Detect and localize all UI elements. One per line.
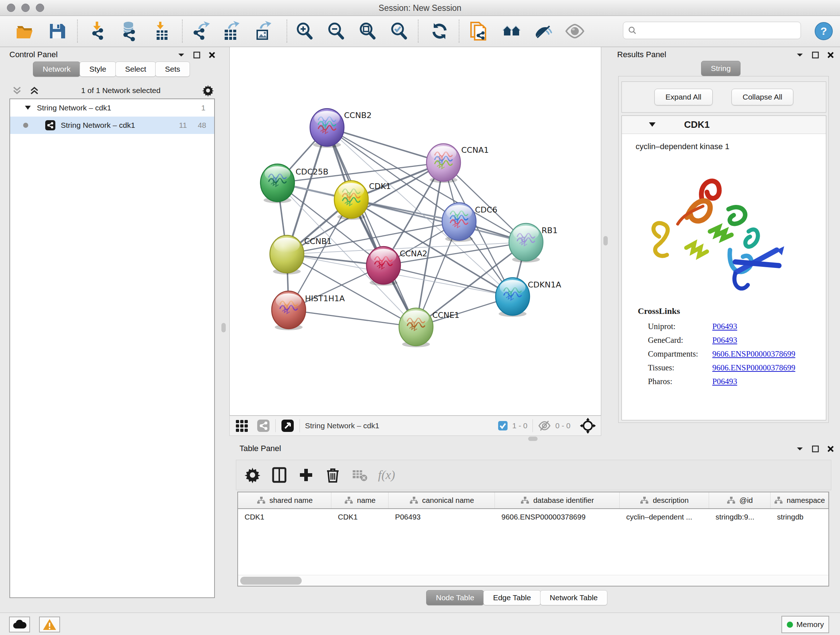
node-CDC25B[interactable] [261, 164, 294, 203]
collapse-all-button[interactable]: Collapse All [731, 89, 794, 105]
tree-expand-icon[interactable] [25, 105, 31, 111]
table-settings-gear-icon[interactable] [244, 467, 261, 483]
network-status-dot [23, 123, 28, 128]
import-network-database-icon[interactable] [119, 21, 139, 41]
search-input[interactable] [623, 22, 801, 39]
column-header-label: name [357, 496, 376, 505]
edge-HIST1H1A-CCNE1[interactable] [289, 310, 416, 327]
memory-button[interactable]: Memory [782, 616, 829, 633]
node-CCNB1[interactable] [270, 235, 304, 274]
left-splitter-handle[interactable] [221, 323, 226, 333]
cloud-button[interactable] [9, 616, 30, 632]
crosslink-value[interactable]: P06493 [712, 322, 737, 331]
undock-icon[interactable] [193, 51, 201, 59]
zoom-fit-icon[interactable] [357, 21, 378, 41]
column-header-canonicalname[interactable]: canonical name [388, 492, 495, 508]
table-panel: Table Panel f(x) shared namenamecanonica… [234, 442, 834, 610]
undock-icon[interactable] [812, 445, 819, 453]
help-icon[interactable]: ? [814, 22, 835, 42]
crosslink-value[interactable]: P06493 [712, 377, 737, 386]
float-menu-icon[interactable] [796, 447, 804, 451]
gene-card-header[interactable]: CDK1 [622, 116, 826, 134]
node-CCNA1[interactable] [426, 144, 461, 183]
column-header-label: namespace [787, 496, 825, 505]
string-import-icon[interactable] [469, 21, 489, 41]
network-canvas[interactable]: CCNB2CCNA1CDC25BCDK1CDC6RB1CCNB1CCNA2CDK… [229, 47, 601, 416]
first-neighbors-icon[interactable] [501, 21, 522, 41]
node-HIST1H1A[interactable] [272, 291, 306, 330]
crosslink-value[interactable]: P06493 [712, 336, 737, 345]
tab-style[interactable]: Style [80, 62, 116, 77]
node-CDKN1A[interactable] [496, 278, 530, 317]
column-header-description[interactable]: description [620, 492, 709, 508]
grid-view-icon[interactable] [235, 419, 248, 432]
show-columns-icon[interactable] [271, 467, 287, 483]
crosslink-label: Compartments: [648, 349, 712, 359]
node-RB1[interactable] [509, 223, 543, 263]
tab-select[interactable]: Select [115, 62, 156, 77]
zoom-out-icon[interactable] [326, 21, 346, 41]
tab-network[interactable]: Network [33, 62, 80, 77]
export-image-icon[interactable] [252, 21, 272, 41]
open-session-icon[interactable] [15, 21, 35, 41]
tab-node-table[interactable]: Node Table [426, 590, 484, 605]
import-table-file-icon[interactable] [152, 21, 172, 41]
close-icon[interactable] [827, 51, 834, 59]
zoom-in-icon[interactable] [294, 21, 315, 41]
export-table-icon[interactable] [220, 21, 240, 41]
warning-icon [43, 618, 57, 631]
node-CDC6[interactable] [442, 203, 476, 242]
warnings-button[interactable] [39, 616, 60, 632]
add-column-icon[interactable] [298, 467, 314, 483]
save-session-icon[interactable] [47, 21, 67, 41]
float-menu-icon[interactable] [177, 52, 185, 57]
crosslink-label: Pharos: [648, 377, 712, 386]
detach-view-icon[interactable] [281, 419, 294, 432]
column-header-sharedname[interactable]: shared name [238, 492, 332, 508]
crosslink-value[interactable]: 9606.ENSP00000378699 [712, 349, 795, 359]
bottom-splitter-handle[interactable] [528, 437, 538, 441]
birds-eye-toggle-icon[interactable] [580, 418, 596, 434]
network-icon-disabled[interactable] [256, 419, 270, 432]
close-icon[interactable] [827, 445, 834, 453]
gear-icon[interactable] [202, 84, 214, 97]
horizontal-scrollbar[interactable] [238, 575, 829, 586]
column-header-name[interactable]: name [332, 492, 388, 508]
table-row[interactable]: CDK1CDK1P064939606.ENSP00000378699cyclin… [238, 509, 829, 525]
hide-selected-icon[interactable] [533, 21, 553, 41]
delete-column-icon[interactable] [325, 467, 341, 483]
tab-sets[interactable]: Sets [155, 62, 190, 77]
right-splitter-handle[interactable] [603, 236, 608, 245]
node-CCNB2[interactable] [310, 109, 344, 148]
show-all-icon[interactable] [565, 21, 585, 41]
selected-checkbox-icon[interactable] [498, 421, 508, 431]
crosslink-value[interactable]: 9606.ENSP00000378699 [712, 363, 795, 372]
tab-edge-table[interactable]: Edge Table [483, 590, 541, 605]
column-header-namespace[interactable]: namespace [771, 492, 829, 508]
expand-all-icon[interactable] [29, 85, 40, 96]
edge-CCNB2-CCNA1[interactable] [327, 127, 444, 163]
undock-icon[interactable] [812, 51, 819, 59]
node-label-CCNB1: CCNB1 [304, 237, 332, 246]
collapse-all-icon[interactable] [11, 85, 22, 96]
network-row[interactable]: String Network – cdk1 11 48 [10, 117, 214, 134]
close-icon[interactable] [208, 51, 216, 59]
expand-all-button[interactable]: Expand All [654, 89, 713, 105]
toolbar-divider [418, 19, 418, 43]
refresh-layout-icon[interactable] [429, 21, 450, 41]
scrollbar-thumb[interactable] [240, 577, 302, 585]
hidden-counts: 0 - 0 [555, 421, 570, 430]
column-header-id[interactable]: @id [709, 492, 771, 508]
tab-network-table[interactable]: Network Table [540, 590, 608, 605]
tab-string[interactable]: String [701, 61, 741, 76]
node-CCNE1[interactable] [399, 308, 433, 347]
collapse-gene-icon[interactable] [649, 122, 656, 127]
import-network-file-icon[interactable] [88, 21, 109, 41]
float-menu-icon[interactable] [796, 52, 804, 57]
export-network-icon[interactable] [191, 21, 211, 41]
zoom-selected-icon[interactable] [389, 21, 409, 41]
hidden-eye-icon[interactable] [538, 420, 551, 431]
network-collection-row[interactable]: String Network – cdk1 1 [10, 99, 214, 117]
network-graph[interactable]: CCNB2CCNA1CDC25BCDK1CDC6RB1CCNB1CCNA2CDK… [230, 47, 602, 416]
column-header-databaseidentifier[interactable]: database identifier [495, 492, 620, 508]
